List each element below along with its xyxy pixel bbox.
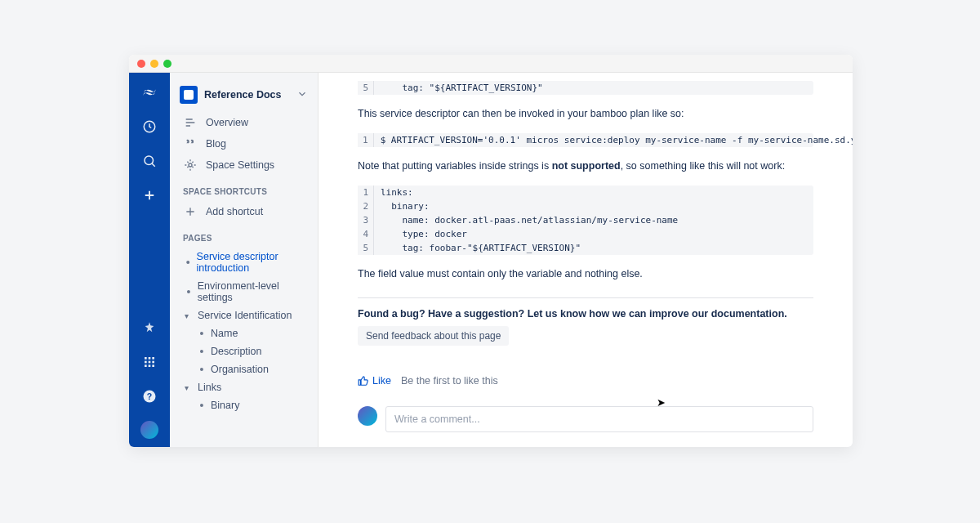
code-line: type: docker: [374, 227, 474, 241]
code-block-1: 5 tag: "${ARTIFACT_VERSION}": [358, 81, 813, 95]
svg-rect-8: [145, 364, 147, 367]
paragraph-2: Note that putting variables inside strin…: [358, 159, 813, 174]
svg-rect-3: [149, 357, 151, 360]
page-name[interactable]: • Name: [173, 324, 318, 342]
pages-section-label: PAGES: [170, 222, 318, 248]
line-number: 5: [358, 81, 374, 95]
code-line: tag: foobar-"${ARTIFACT_VERSION}": [374, 241, 587, 255]
like-meta: Be the first to like this: [401, 375, 498, 387]
code-line: name: docker.atl-paas.net/atlassian/my-s…: [374, 213, 684, 227]
svg-rect-5: [145, 361, 147, 364]
shortcuts-section-label: SPACE SHORTCUTS: [170, 176, 318, 201]
page-label: Description: [211, 346, 262, 357]
close-window-button[interactable]: [137, 60, 145, 68]
code-line: links:: [374, 186, 420, 199]
page-label: Name: [211, 328, 238, 339]
discover-icon[interactable]: [140, 318, 159, 337]
line-number: 2: [358, 199, 374, 213]
nav-blog-label: Blog: [206, 138, 226, 150]
bullet-icon: •: [185, 257, 192, 268]
page-organisation[interactable]: • Organisation: [173, 360, 318, 378]
bullet-icon: •: [198, 400, 206, 411]
svg-point-13: [189, 163, 192, 167]
svg-point-1: [145, 156, 154, 165]
space-name: Reference Docs: [204, 89, 290, 101]
user-avatar[interactable]: [358, 406, 377, 426]
like-button[interactable]: Like: [358, 375, 391, 387]
page-label: Links: [198, 382, 221, 393]
svg-rect-6: [149, 361, 151, 364]
chevron-down-icon: ▾: [185, 383, 193, 392]
chevron-down-icon: [296, 88, 308, 102]
page-label: Environment-level settings: [198, 280, 314, 303]
nav-settings-label: Space Settings: [206, 159, 274, 171]
thumbs-up-icon: [358, 375, 369, 387]
paragraph-1: This service descriptor can then be invo…: [358, 106, 813, 122]
global-nav-rail: ?: [129, 73, 170, 447]
code-line: binary:: [374, 199, 436, 213]
page-label: Binary: [211, 400, 239, 411]
code-line: tag: "${ARTIFACT_VERSION}": [374, 81, 550, 95]
line-number: 1: [358, 186, 374, 199]
svg-rect-9: [149, 364, 151, 367]
nav-overview[interactable]: Overview: [170, 112, 318, 133]
svg-rect-7: [152, 361, 154, 364]
line-number: 3: [358, 213, 374, 227]
create-icon[interactable]: [140, 186, 159, 205]
comment-section: Write a comment...: [358, 406, 813, 432]
space-icon: [180, 86, 198, 104]
overview-icon: [183, 116, 198, 129]
apps-icon[interactable]: [140, 352, 159, 372]
code-line: $ ARTIFACT_VERSION='0.0.1' micros servic…: [374, 133, 853, 147]
bullet-icon: •: [198, 364, 206, 375]
page-binary[interactable]: • Binary: [173, 396, 318, 414]
page-links[interactable]: ▾ Links: [173, 378, 318, 396]
bullet-icon: •: [198, 346, 206, 357]
app-body: ? Reference Docs Overview Blog: [129, 73, 853, 447]
window-controls: [129, 55, 853, 73]
page-description[interactable]: • Description: [173, 342, 318, 360]
gear-icon: [183, 159, 198, 172]
add-shortcut-label: Add shortcut: [206, 206, 263, 217]
paragraph-3: The field value must contain only the va…: [358, 266, 813, 282]
recent-icon[interactable]: [140, 117, 159, 136]
page-label: Organisation: [211, 364, 269, 375]
plus-icon: [183, 205, 198, 218]
line-number: 1: [358, 133, 374, 147]
bullet-icon: •: [198, 328, 206, 339]
comment-input[interactable]: Write a comment...: [385, 406, 813, 432]
profile-avatar[interactable]: [140, 421, 158, 439]
svg-rect-4: [152, 357, 154, 360]
blog-icon: [183, 137, 198, 150]
nav-blog[interactable]: Blog: [170, 133, 318, 154]
nav-space-settings[interactable]: Space Settings: [170, 154, 318, 176]
space-selector[interactable]: Reference Docs: [170, 81, 318, 112]
space-sidebar: Reference Docs Overview Blog Space Setti…: [170, 73, 318, 447]
line-number: 4: [358, 227, 374, 241]
page-label: Service Identification: [198, 310, 292, 321]
code-block-3: 1links: 2 binary: 3 name: docker.atl-paa…: [358, 186, 813, 255]
add-shortcut[interactable]: Add shortcut: [170, 201, 318, 222]
chevron-down-icon: ▾: [185, 311, 193, 320]
divider: [358, 297, 813, 298]
maximize-window-button[interactable]: [163, 60, 172, 68]
line-number: 5: [358, 241, 374, 255]
help-icon[interactable]: ?: [140, 387, 159, 406]
svg-rect-2: [145, 357, 147, 360]
page-label: Service descriptor introduction: [197, 251, 314, 274]
page-content: 5 tag: "${ARTIFACT_VERSION}" This servic…: [318, 73, 853, 447]
svg-text:?: ?: [147, 391, 152, 401]
like-row: Like Be the first to like this: [358, 375, 813, 387]
browser-window: ? Reference Docs Overview Blog: [129, 55, 853, 447]
page-service-identification[interactable]: ▾ Service Identification: [173, 306, 318, 324]
minimize-window-button[interactable]: [150, 60, 158, 68]
svg-rect-10: [152, 364, 154, 367]
page-environment-level-settings[interactable]: • Environment-level settings: [173, 277, 318, 306]
page-service-descriptor-intro[interactable]: • Service descriptor introduction: [173, 248, 318, 277]
send-feedback-button[interactable]: Send feedback about this page: [358, 326, 509, 346]
code-block-2: 1$ ARTIFACT_VERSION='0.0.1' micros servi…: [358, 133, 813, 147]
like-label: Like: [372, 375, 391, 387]
search-icon[interactable]: [140, 151, 159, 171]
page-tree: • Service descriptor introduction • Envi…: [170, 248, 318, 414]
confluence-logo-icon[interactable]: [140, 83, 159, 102]
